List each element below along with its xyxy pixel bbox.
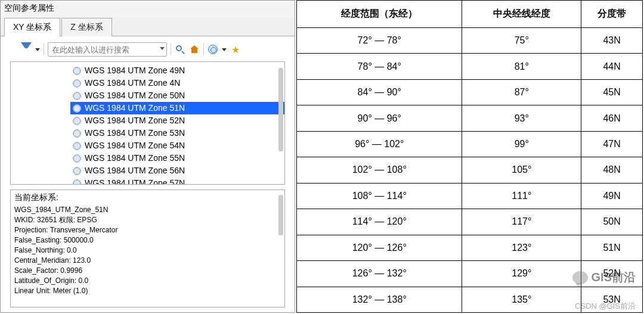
filter-dropdown-icon[interactable]: [35, 48, 40, 51]
list-item[interactable]: WGS 1984 UTM Zone 53N: [70, 127, 284, 139]
cell-meridian: 93°: [462, 105, 581, 131]
list-item-label: WGS 1984 UTM Zone 4N: [85, 77, 180, 89]
cell-meridian: 87°: [462, 79, 581, 105]
globe-icon: [73, 117, 81, 125]
globe-icon: [73, 179, 81, 185]
separator: [171, 43, 171, 55]
list-item[interactable]: WGS 1984 UTM Zone 55N: [70, 152, 284, 164]
list-item[interactable]: WGS 1984 UTM Zone 50N: [70, 89, 284, 102]
cell-range: 126° — 132°: [297, 261, 462, 287]
tab-z[interactable]: Z 坐标系: [61, 18, 112, 36]
detail-line: WGS_1984_UTM_Zone_51N: [14, 205, 281, 215]
scrollbar[interactable]: [278, 68, 283, 151]
header-meridian: 中央经线经度: [462, 1, 581, 28]
table-row: 120° — 126°123°51N: [297, 235, 643, 260]
cell-range: 108° — 114°: [297, 183, 462, 209]
globe-icon: [73, 79, 81, 88]
table-row: 108° — 114°111°49N: [297, 183, 643, 209]
search-icon[interactable]: [175, 44, 185, 55]
cell-meridian: 99°: [462, 131, 581, 157]
detail-line: Linear Unit: Meter (1.0): [14, 286, 281, 296]
list-item-label: WGS 1984 UTM Zone 51N: [85, 102, 185, 114]
table-row: 72° — 78°75°43N: [297, 28, 643, 54]
list-item[interactable]: WGS 1984 UTM Zone 49N: [70, 64, 284, 77]
table-header-row: 经度范围（东经） 中央经线经度 分度带: [297, 1, 643, 28]
cell-meridian: 111°: [462, 183, 581, 209]
cell-zone: 44N: [581, 54, 643, 79]
list-item[interactable]: WGS 1984 UTM Zone 52N: [70, 114, 284, 127]
home-icon[interactable]: [189, 44, 200, 55]
toolbar: ★: [5, 42, 290, 57]
list-item-label: WGS 1984 UTM Zone 54N: [85, 140, 185, 151]
new-globe-icon[interactable]: [208, 44, 218, 55]
cell-meridian: 81°: [462, 54, 581, 79]
table-row: 90° — 96°93°46N: [297, 105, 643, 131]
cell-zone: 50N: [581, 209, 643, 235]
list-item[interactable]: WGS 1984 UTM Zone 51N: [70, 102, 284, 114]
cell-range: 114° — 120°: [297, 209, 462, 235]
cell-meridian: 123°: [462, 235, 581, 260]
cell-zone: 52N: [581, 261, 643, 287]
table-row: 102° — 108°105°48N: [297, 157, 643, 183]
separator: [44, 43, 44, 55]
globe-icon: [73, 104, 81, 113]
list-item-label: WGS 1984 UTM Zone 56N: [85, 165, 185, 176]
cell-zone: 49N: [581, 183, 643, 209]
table-row: 126° — 132°129°52N: [297, 261, 643, 287]
cell-range: 78° — 84°: [297, 54, 462, 79]
header-zone: 分度带: [581, 1, 643, 28]
cell-range: 120° — 126°: [297, 235, 462, 260]
details-panel: 当前坐标系: WGS_1984_UTM_Zone_51N WKID: 32651…: [10, 189, 285, 307]
table-row: 114° — 120°117°50N: [297, 209, 643, 235]
tab-xy[interactable]: XY 坐标系: [4, 18, 60, 36]
globe-icon: [73, 129, 81, 138]
utm-zone-table: 经度范围（东经） 中央经线经度 分度带 72° — 78°75°43N78° —…: [296, 0, 643, 313]
cell-zone: 47N: [581, 131, 643, 157]
separator: [203, 43, 204, 55]
cell-meridian: 117°: [462, 209, 581, 235]
chevron-down-icon[interactable]: [160, 47, 165, 50]
list-item[interactable]: WGS 1984 UTM Zone 57N: [70, 177, 284, 185]
list-item[interactable]: WGS 1984 UTM Zone 56N: [70, 164, 284, 177]
spatial-reference-panel: 空间参考属性 XY 坐标系 Z 坐标系 ★ WGS 1984 UTM Zone …: [0, 0, 295, 313]
cell-zone: 46N: [581, 105, 643, 131]
details-title: 当前坐标系:: [14, 192, 281, 203]
globe-icon: [73, 67, 81, 75]
detail-line: Scale_Factor: 0.9996: [14, 266, 281, 276]
cell-range: 90° — 96°: [297, 105, 462, 131]
detail-line: False_Northing: 0.0: [14, 245, 281, 256]
header-range: 经度范围（东经）: [297, 1, 462, 28]
table-row: 96° — 102°99°47N: [297, 131, 643, 157]
detail-line: Projection: Transverse_Mercator: [14, 225, 281, 235]
list-item[interactable]: WGS 1984 UTM Zone 54N: [70, 139, 284, 152]
cell-zone: 51N: [581, 235, 643, 260]
tab-body: ★ WGS 1984 UTM Zone 49NWGS 1984 UTM Zone…: [1, 36, 295, 312]
cell-meridian: 75°: [462, 28, 581, 54]
filter-icon[interactable]: [21, 44, 32, 55]
cell-meridian: 105°: [462, 157, 581, 183]
panel-title: 空间参考属性: [1, 1, 295, 17]
cell-zone: 48N: [581, 157, 643, 183]
new-dropdown-icon[interactable]: [222, 48, 227, 51]
detail-line: Latitude_Of_Origin: 0.0: [14, 276, 281, 286]
cell-meridian: 129°: [462, 261, 581, 287]
globe-icon: [73, 92, 81, 100]
scrollbar[interactable]: [278, 195, 283, 235]
detail-line: False_Easting: 500000.0: [14, 235, 281, 245]
cell-range: 102° — 108°: [297, 157, 462, 183]
favorite-icon[interactable]: ★: [230, 44, 241, 55]
globe-icon: [73, 167, 81, 175]
cell-range: 96° — 102°: [297, 131, 462, 157]
table-row: 84° — 90°87°45N: [297, 79, 643, 105]
table-row: 78° — 84°81°44N: [297, 54, 643, 79]
cell-meridian: 135°: [462, 287, 581, 312]
cell-zone: 53N: [581, 287, 643, 312]
detail-line: WKID: 32651 权限: EPSG: [14, 215, 281, 225]
cell-range: 84° — 90°: [297, 79, 462, 105]
list-item-label: WGS 1984 UTM Zone 53N: [85, 128, 185, 139]
cell-range: 132° — 138°: [297, 287, 462, 312]
cell-range: 72° — 78°: [297, 28, 462, 54]
table-row: 132° — 138°135°53N: [297, 287, 643, 312]
list-item[interactable]: WGS 1984 UTM Zone 4N: [70, 77, 284, 89]
search-input[interactable]: [48, 42, 167, 57]
